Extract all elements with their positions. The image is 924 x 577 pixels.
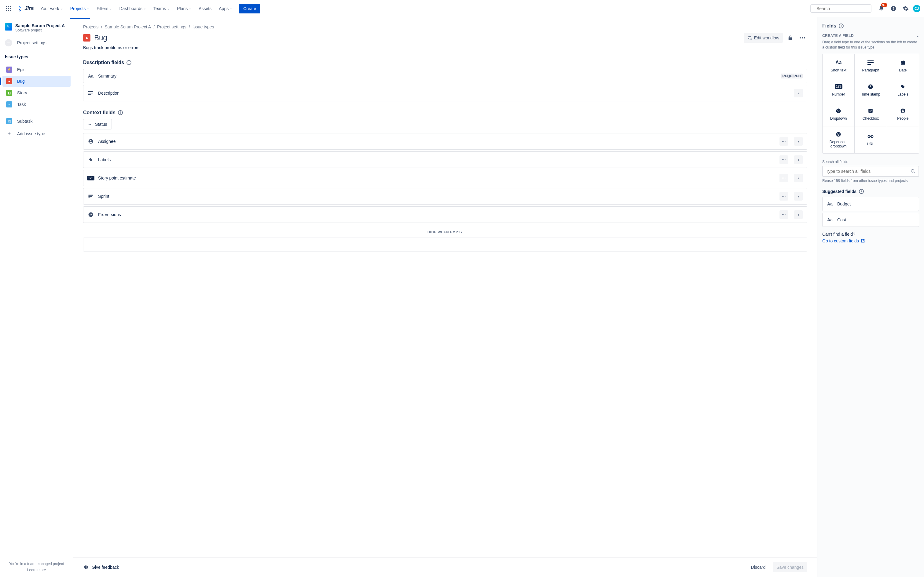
nav-assets[interactable]: Assets	[195, 4, 215, 13]
svg-rect-35	[901, 63, 902, 63]
expand-icon[interactable]: ›	[794, 210, 803, 219]
breadcrumb-item[interactable]: Issue types	[192, 24, 214, 29]
svg-rect-28	[867, 60, 874, 61]
project-icon	[5, 23, 12, 31]
svg-rect-4	[8, 8, 9, 9]
field-type-url[interactable]: URL	[855, 126, 887, 153]
settings-icon[interactable]	[901, 4, 911, 13]
nav-apps[interactable]: Apps⌄	[216, 4, 235, 13]
search-fields-input[interactable]	[822, 166, 919, 177]
chevron-down-icon[interactable]: ⌄	[916, 34, 919, 38]
sidebar-item-task[interactable]: ✓Task	[2, 99, 71, 110]
svg-rect-8	[10, 10, 11, 11]
expand-icon[interactable]: ›	[794, 192, 803, 201]
chevron-down-icon: ⌄	[189, 7, 191, 10]
custom-fields-link[interactable]: Go to custom fields	[822, 239, 919, 243]
info-icon[interactable]: i	[126, 60, 131, 65]
add-issue-type[interactable]: + Add issue type	[0, 127, 73, 140]
svg-line-47	[914, 172, 915, 173]
reuse-fields-note: Reuse 158 fields from other issue types …	[822, 179, 919, 183]
nav-projects[interactable]: Projects⌄	[67, 4, 92, 13]
breadcrumb-item[interactable]: Sample Scrum Project A	[105, 24, 151, 29]
notifications-icon[interactable]: 9+	[876, 4, 886, 13]
field-type-dependent-dropdown[interactable]: Dependent dropdown	[822, 126, 855, 153]
create-button[interactable]: Create	[239, 4, 260, 13]
breadcrumb-item[interactable]: Project settings	[157, 24, 186, 29]
field-description[interactable]: Description›	[83, 85, 807, 102]
field-type-checkbox[interactable]: Checkbox	[855, 102, 887, 126]
learn-more-link[interactable]: Learn more	[5, 568, 68, 572]
sidebar-item-epic[interactable]: ⚡Epic	[2, 64, 71, 75]
nav-plans[interactable]: Plans⌄	[174, 4, 194, 13]
more-icon[interactable]: ⋯	[779, 192, 788, 201]
svg-rect-26	[89, 198, 90, 198]
avatar[interactable]: CJ	[913, 5, 920, 12]
field-assignee[interactable]: Assignee⋯›	[83, 133, 807, 150]
sidebar-item-bug[interactable]: ●Bug	[2, 76, 71, 87]
field-type-number[interactable]: 123Number	[822, 78, 855, 102]
search-fields-label: Search all fields	[822, 160, 919, 164]
bug-icon: ●	[83, 34, 90, 42]
field-type-date[interactable]: Date	[887, 54, 919, 78]
info-icon[interactable]: i	[118, 110, 123, 115]
jira-logo[interactable]: Jira	[17, 5, 34, 11]
suggested-field-budget[interactable]: AaBudget	[822, 197, 919, 211]
app-switcher-icon[interactable]	[4, 4, 13, 13]
nav-teams[interactable]: Teams⌄	[150, 4, 173, 13]
nav-your-work[interactable]: Your work⌄	[37, 4, 66, 13]
svg-point-16	[802, 37, 803, 39]
more-icon[interactable]	[798, 33, 807, 43]
svg-rect-0	[6, 6, 7, 7]
expand-icon[interactable]: ›	[794, 155, 803, 164]
cant-find-field: Can't find a field?	[822, 232, 919, 237]
sidebar-item-story[interactable]: ◧Story	[2, 87, 71, 98]
field-story-point-estimate[interactable]: 123Story point estimate⋯›	[83, 170, 807, 186]
search-input[interactable]	[810, 4, 871, 13]
expand-icon[interactable]: ›	[794, 137, 803, 146]
svg-point-38	[836, 108, 841, 113]
discard-button[interactable]: Discard	[747, 562, 769, 572]
back-to-project-settings[interactable]: ← Project settings	[0, 36, 73, 50]
svg-rect-33	[902, 60, 902, 61]
breadcrumb: Projects/Sample Scrum Project A/Project …	[83, 24, 807, 29]
field-type-people[interactable]: People	[887, 102, 919, 126]
breadcrumb-item[interactable]: Projects	[83, 24, 99, 29]
nav-filters[interactable]: Filters⌄	[94, 4, 115, 13]
field-type-paragraph[interactable]: Paragraph	[855, 54, 887, 78]
field-type-labels[interactable]: Labels	[887, 78, 919, 102]
more-icon[interactable]: ⋯	[779, 210, 788, 219]
svg-rect-18	[88, 91, 93, 92]
task-icon: ✓	[6, 102, 12, 108]
hidden-field-placeholder[interactable]	[83, 237, 807, 251]
more-icon[interactable]: ⋯	[779, 155, 788, 164]
expand-icon[interactable]: ›	[794, 89, 803, 97]
field-summary[interactable]: AaSummaryREQUIRED	[83, 69, 807, 83]
back-arrow-icon: ←	[5, 39, 12, 47]
info-icon[interactable]: i	[859, 189, 864, 194]
project-header: Sample Scrum Project A Software project	[0, 17, 73, 36]
more-icon[interactable]: ⋯	[779, 174, 788, 182]
svg-rect-5	[10, 8, 11, 9]
sidebar-item-subtask[interactable]: ◰ Subtask	[2, 116, 71, 127]
svg-rect-3	[6, 8, 7, 9]
lock-icon[interactable]	[785, 33, 795, 43]
field-sprint[interactable]: Sprint⋯›	[83, 188, 807, 205]
field-type-time-stamp[interactable]: Time stamp	[855, 78, 887, 102]
help-icon[interactable]: ?	[888, 4, 898, 13]
field-labels[interactable]: Labels⋯›	[83, 152, 807, 168]
save-changes-button: Save changes	[773, 562, 807, 572]
plus-icon: +	[6, 131, 12, 137]
give-feedback-button[interactable]: Give feedback	[83, 564, 119, 570]
nav-dashboards[interactable]: Dashboards⌄	[116, 4, 149, 13]
search-field[interactable]	[816, 6, 870, 11]
field-type-dropdown[interactable]: Dropdown	[822, 102, 855, 126]
info-icon[interactable]: i	[839, 24, 844, 28]
field-fix-versions[interactable]: Fix versions⋯›	[83, 206, 807, 223]
svg-rect-20	[88, 94, 91, 95]
chevron-down-icon: ⌄	[87, 7, 89, 10]
suggested-field-cost[interactable]: AaCost	[822, 213, 919, 227]
more-icon[interactable]: ⋯	[779, 137, 788, 146]
expand-icon[interactable]: ›	[794, 174, 803, 182]
edit-workflow-button[interactable]: Edit workflow	[744, 33, 783, 43]
field-type-short-text[interactable]: AaShort text	[822, 54, 855, 78]
